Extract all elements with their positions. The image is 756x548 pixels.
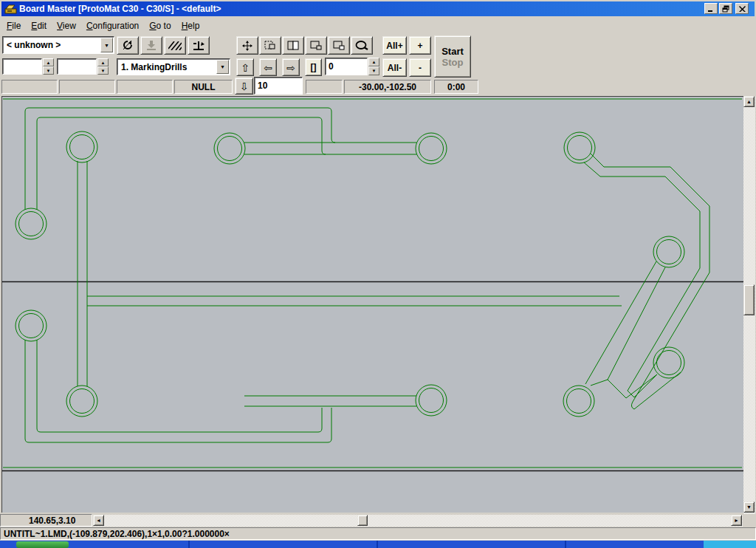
spin-field-2[interactable] bbox=[57, 58, 97, 75]
step-repeat-button[interactable] bbox=[305, 36, 327, 55]
restore-button[interactable] bbox=[719, 3, 732, 14]
spin-up-icon[interactable]: ▲ bbox=[97, 58, 109, 66]
menu-item-help[interactable]: Help bbox=[176, 19, 205, 32]
time-cell: 0:00 bbox=[434, 80, 478, 94]
menu-item-configuration[interactable]: Configuration bbox=[81, 19, 144, 32]
taskbar-start-button[interactable] bbox=[16, 541, 69, 548]
vertical-scrollbar[interactable]: ▲ ▼ bbox=[743, 96, 755, 514]
step-repeat-icon bbox=[310, 41, 322, 50]
pad-outline bbox=[567, 389, 591, 414]
move-icon bbox=[241, 40, 253, 52]
spin-down-icon[interactable]: ▼ bbox=[43, 66, 54, 75]
pad-outline bbox=[419, 137, 444, 161]
minimize-button[interactable] bbox=[704, 3, 718, 14]
close-button[interactable] bbox=[735, 3, 749, 14]
spin-field-1[interactable] bbox=[2, 58, 42, 75]
status-info-bar: UNTITL~1.LMD,(-109.879,202.406),1×1,0.00… bbox=[0, 527, 756, 540]
scroll-left-button[interactable]: ◄ bbox=[93, 515, 104, 526]
scroll-down-button[interactable]: ▼ bbox=[743, 501, 755, 513]
pad-outline bbox=[416, 133, 447, 164]
spin-field-1-spinner[interactable]: ▲ ▼ bbox=[43, 58, 54, 75]
layer-select-combobox[interactable]: 1. MarkingDrills ▼ bbox=[117, 58, 230, 75]
pad-outline bbox=[16, 310, 47, 341]
rubout-button[interactable] bbox=[164, 36, 186, 55]
pad-outline bbox=[16, 208, 47, 239]
menu-item-file[interactable]: File bbox=[1, 19, 26, 32]
step-repeat2-button[interactable] bbox=[328, 36, 350, 55]
rubout-hatch-icon bbox=[168, 41, 182, 50]
move-button[interactable] bbox=[236, 36, 258, 55]
cursor-position-panel: 140.65,3.10 bbox=[0, 514, 92, 527]
menu-item-view[interactable]: View bbox=[52, 19, 81, 32]
pad-outline bbox=[70, 389, 94, 414]
taskbar-separator bbox=[565, 541, 566, 548]
trace-outline bbox=[584, 162, 700, 397]
speed-spinner[interactable]: ▲ ▼ bbox=[368, 58, 379, 75]
trace-outline bbox=[585, 261, 656, 384]
step-field[interactable]: 10 bbox=[254, 77, 303, 95]
chevron-down-icon[interactable]: ▼ bbox=[100, 38, 113, 52]
zoom-button[interactable] bbox=[351, 36, 373, 55]
tool-select-combobox[interactable]: < unknown > ▼ bbox=[2, 36, 114, 54]
plus-button[interactable]: + bbox=[409, 36, 431, 55]
taskbar-sliver bbox=[0, 541, 756, 548]
import-button[interactable] bbox=[140, 36, 162, 55]
pcb-canvas[interactable] bbox=[1, 96, 743, 513]
menu-bar: FileEditViewConfigurationGo toHelp bbox=[1, 18, 755, 33]
duplicate-button[interactable] bbox=[282, 36, 304, 55]
app-icon bbox=[4, 3, 17, 15]
select-copy-button[interactable] bbox=[259, 36, 281, 55]
menu-item-edit[interactable]: Edit bbox=[26, 19, 52, 32]
tool-select-value: < unknown > bbox=[7, 40, 100, 50]
jog-right-button[interactable]: ⇨ bbox=[282, 58, 300, 76]
pad-outline bbox=[657, 351, 681, 375]
speed-field[interactable]: 0 bbox=[325, 58, 368, 75]
title-bar[interactable]: Board Master [ProtoMat C30 - C30/S] - <d… bbox=[1, 1, 755, 16]
pad-outline bbox=[564, 132, 595, 163]
bracket-button[interactable]: [] bbox=[305, 58, 322, 76]
spin-down-icon[interactable]: ▼ bbox=[97, 66, 109, 75]
spin-up-icon[interactable]: ▲ bbox=[43, 58, 54, 66]
pad-outline bbox=[419, 388, 444, 413]
horizontal-scrollbar[interactable]: ◄ ► bbox=[93, 515, 743, 527]
trace-outline bbox=[25, 340, 331, 442]
step-value: 10 bbox=[258, 81, 267, 91]
jog-up-button[interactable]: ⇧ bbox=[236, 58, 254, 76]
horizontal-scroll-thumb[interactable] bbox=[357, 515, 368, 526]
pad-outline bbox=[657, 240, 681, 264]
all-plus-button[interactable]: All+ bbox=[382, 36, 407, 55]
jog-left-button[interactable]: ⇦ bbox=[259, 58, 277, 76]
all-minus-button[interactable]: All- bbox=[382, 58, 407, 77]
menu-item-go-to[interactable]: Go to bbox=[144, 19, 176, 32]
scroll-left-icon: ◄ bbox=[96, 518, 101, 523]
minus-button[interactable]: - bbox=[409, 58, 431, 77]
head-level-button[interactable] bbox=[188, 36, 210, 55]
scroll-right-button[interactable]: ► bbox=[731, 515, 742, 526]
scrollbar-corner bbox=[743, 515, 756, 527]
pad-outline bbox=[218, 137, 242, 161]
pad-outline bbox=[653, 236, 684, 267]
taskbar-separator bbox=[188, 541, 190, 548]
scroll-up-button[interactable]: ▲ bbox=[743, 96, 755, 107]
right-arrow-icon: ⇨ bbox=[286, 63, 295, 73]
start-stop-button[interactable]: Start Stop bbox=[434, 35, 471, 78]
jog-down-button[interactable]: ⇩ bbox=[235, 78, 253, 95]
select-copy-icon bbox=[264, 41, 276, 51]
spin-down-icon[interactable]: ▼ bbox=[368, 66, 379, 75]
spin-field-2-spinner[interactable]: ▲ ▼ bbox=[97, 58, 109, 75]
step-repeat2-icon bbox=[333, 41, 345, 50]
duplicate-icon bbox=[287, 41, 299, 50]
pad-outline bbox=[568, 136, 592, 160]
chevron-down-icon[interactable]: ▼ bbox=[216, 60, 229, 74]
null-status-cell: NULL bbox=[174, 80, 233, 94]
spin-up-icon[interactable]: ▲ bbox=[368, 58, 379, 66]
pad-outline bbox=[214, 133, 245, 164]
pcb-drawing bbox=[2, 97, 743, 513]
rotate-button[interactable] bbox=[117, 36, 139, 55]
layer-select-value: 1. MarkingDrills bbox=[121, 62, 216, 72]
zoom-icon bbox=[355, 41, 368, 51]
vertical-scroll-thumb[interactable] bbox=[743, 284, 755, 315]
status-cell-2 bbox=[59, 80, 115, 94]
up-arrow-icon: ⇧ bbox=[241, 63, 250, 73]
taskbar-tray[interactable] bbox=[704, 541, 756, 548]
